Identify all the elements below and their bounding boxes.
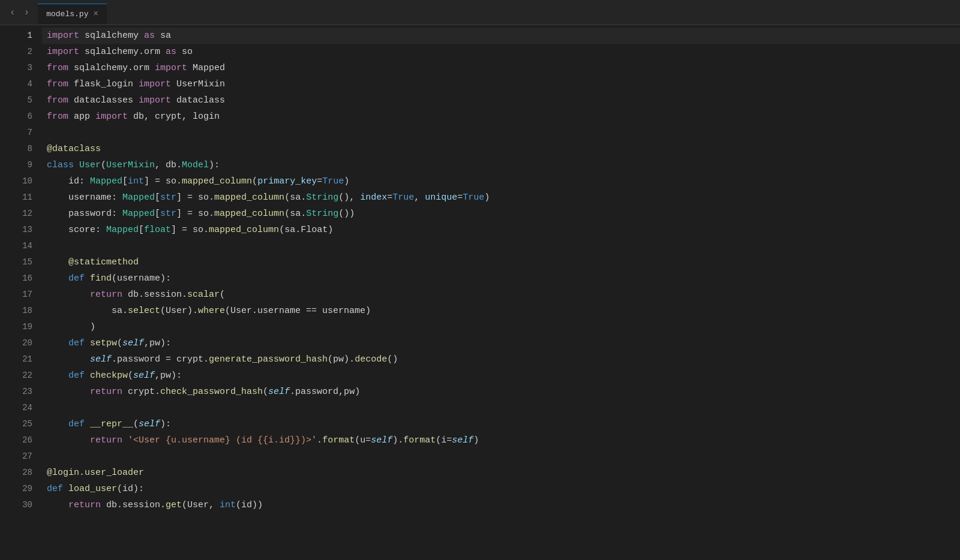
code-line-6: from app import db, crypt, login bbox=[42, 109, 960, 125]
line-number-26: 26 bbox=[10, 432, 32, 448]
line-number-1: 1 bbox=[10, 28, 32, 44]
code-line-17: return db.session.scalar( bbox=[42, 287, 960, 303]
title-bar: ‹ › models.py × bbox=[0, 0, 960, 25]
line-number-4: 4 bbox=[10, 76, 32, 92]
line-number-10: 10 bbox=[10, 173, 32, 189]
code-line-22: def checkpw(self,pw): bbox=[42, 368, 960, 384]
line-number-16: 16 bbox=[10, 270, 32, 287]
code-line-24 bbox=[42, 400, 960, 416]
code-line-4: from flask_login import UserMixin bbox=[42, 76, 960, 92]
code-line-28: @login.user_loader bbox=[42, 465, 960, 481]
line-number-9: 9 bbox=[10, 157, 32, 173]
line-number-14: 14 bbox=[10, 238, 32, 254]
tab-filename: models.py bbox=[46, 10, 88, 19]
code-line-10: id: Mapped[int] = so.mapped_column(prima… bbox=[42, 173, 960, 189]
code-line-9: class User(UserMixin, db.Model): bbox=[42, 157, 960, 173]
code-line-3: from sqlalchemy.orm import Mapped bbox=[42, 60, 960, 76]
line-number-12: 12 bbox=[10, 206, 32, 222]
code-line-18: sa.select(User).where(User.username == u… bbox=[42, 303, 960, 319]
code-line-7 bbox=[42, 125, 960, 141]
line-number-28: 28 bbox=[10, 465, 32, 481]
line-number-15: 15 bbox=[10, 254, 32, 270]
code-line-12: password: Mapped[str] = so.mapped_column… bbox=[42, 206, 960, 222]
line-number-6: 6 bbox=[10, 109, 32, 125]
nav-arrows[interactable]: ‹ › bbox=[7, 6, 32, 19]
code-line-15: @staticmethod bbox=[42, 254, 960, 270]
file-tab[interactable]: models.py × bbox=[38, 4, 107, 24]
code-line-20: def setpw(self,pw): bbox=[42, 335, 960, 351]
line-number-7: 7 bbox=[10, 125, 32, 141]
line-number-22: 22 bbox=[10, 368, 32, 384]
code-line-27 bbox=[42, 448, 960, 465]
code-line-1: import sqlalchemy as sa bbox=[42, 28, 960, 44]
back-arrow[interactable]: ‹ bbox=[7, 6, 18, 19]
code-line-23: return crypt.check_password_hash(self.pa… bbox=[42, 384, 960, 400]
code-line-16: def find(username): bbox=[42, 270, 960, 287]
line-number-13: 13 bbox=[10, 222, 32, 238]
code-line-25: def __repr__(self): bbox=[42, 416, 960, 432]
line-number-3: 3 bbox=[10, 60, 32, 76]
code-line-21: self.password = crypt.generate_password_… bbox=[42, 351, 960, 368]
line-number-27: 27 bbox=[10, 448, 32, 465]
line-numbers: 1 2 3 4 5 6 7 8 9 10 11 12 13 14 15 16 1… bbox=[0, 25, 42, 560]
line-number-25: 25 bbox=[10, 416, 32, 432]
line-number-5: 5 bbox=[10, 92, 32, 109]
line-number-21: 21 bbox=[10, 351, 32, 368]
code-line-5: from dataclasses import dataclass bbox=[42, 92, 960, 109]
code-area[interactable]: import sqlalchemy as sa import sqlalchem… bbox=[42, 25, 960, 560]
line-number-11: 11 bbox=[10, 189, 32, 206]
code-line-11: username: Mapped[str] = so.mapped_column… bbox=[42, 189, 960, 206]
line-number-2: 2 bbox=[10, 44, 32, 60]
line-number-24: 24 bbox=[10, 400, 32, 416]
code-line-19: ) bbox=[42, 319, 960, 335]
line-number-19: 19 bbox=[10, 319, 32, 335]
line-number-18: 18 bbox=[10, 303, 32, 319]
code-line-8: @dataclass bbox=[42, 141, 960, 157]
line-number-8: 8 bbox=[10, 141, 32, 157]
line-number-30: 30 bbox=[10, 497, 32, 513]
line-number-20: 20 bbox=[10, 335, 32, 351]
code-line-29: def load_user(id): bbox=[42, 481, 960, 497]
code-line-13: score: Mapped[float] = so.mapped_column(… bbox=[42, 222, 960, 238]
line-number-23: 23 bbox=[10, 384, 32, 400]
code-line-26: return '<User {u.username} (id {{i.id}})… bbox=[42, 432, 960, 448]
editor-container: 1 2 3 4 5 6 7 8 9 10 11 12 13 14 15 16 1… bbox=[0, 25, 960, 560]
code-line-14 bbox=[42, 238, 960, 254]
line-number-29: 29 bbox=[10, 481, 32, 497]
line-number-17: 17 bbox=[10, 287, 32, 303]
forward-arrow[interactable]: › bbox=[22, 6, 32, 19]
code-line-30: return db.session.get(User, int(id)) bbox=[42, 497, 960, 513]
code-line-2: import sqlalchemy.orm as so bbox=[42, 44, 960, 60]
tab-close-icon[interactable]: × bbox=[93, 9, 98, 19]
